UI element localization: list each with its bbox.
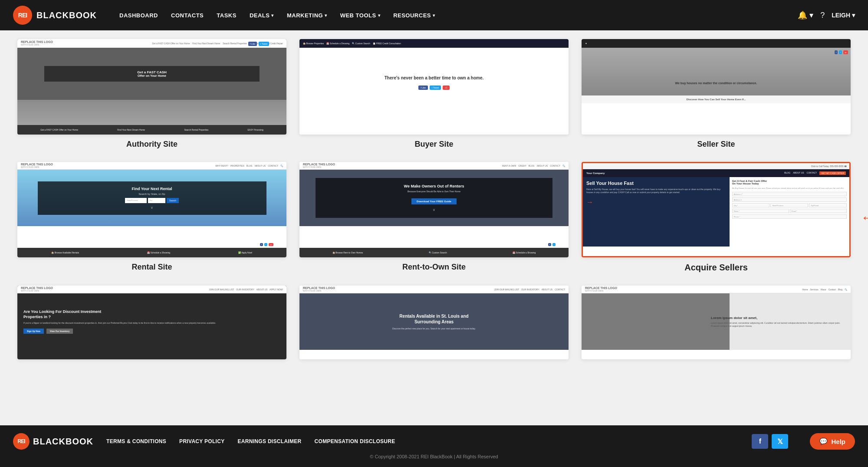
- rental-site-title: Rental Site: [132, 263, 172, 272]
- nav-dashboard[interactable]: DASHBOARD: [114, 9, 163, 22]
- authority-site-title: Authority Site: [126, 140, 178, 149]
- rto-site-card[interactable]: REPLACE THIS LOGOWITH YOUR OWN RENT-A-OW…: [299, 162, 569, 273]
- rental-site-preview: REPLACE THIS LOGOWITH YOUR OWN WHY RENT?…: [17, 162, 286, 257]
- authority-site-preview: REPLACE THIS LOGOWITH YOUR OWN Get a FAS…: [17, 39, 286, 135]
- acquire-form-panel: Get A Fast & Fair Cash OfferOn Your Hous…: [730, 177, 849, 247]
- logo-area[interactable]: REI BLACKBOOK: [13, 6, 97, 25]
- user-dropdown-arrow: ▾: [852, 12, 855, 19]
- seller-site-preview: ▼ We buy houses no matter the condition …: [582, 39, 851, 135]
- header: REI BLACKBOOK DASHBOARD CONTACTS TASKS D…: [0, 0, 868, 30]
- footer-privacy-link[interactable]: PRIVACY POLICY: [179, 438, 224, 444]
- help-button[interactable]: 💬 Help: [810, 433, 855, 450]
- lorem-ipsum-card[interactable]: REPLACE THIS LOGOWITH YOUR OWN HomeServi…: [582, 286, 851, 365]
- seller-site-card[interactable]: ▼ We buy houses no matter the condition …: [582, 39, 851, 149]
- sites-grid: REPLACE THIS LOGOWITH YOUR OWN Get a FAS…: [17, 39, 851, 365]
- footer-earnings-link[interactable]: EARNINGS DISCLAIMER: [238, 438, 302, 444]
- buyer-site-preview: 🏠 Browse Properties 📅 Schedule a Showing…: [299, 39, 569, 135]
- twitter-button[interactable]: 𝕏: [772, 434, 788, 449]
- red-arrow-icon: →: [586, 198, 726, 206]
- notification-bell-icon[interactable]: 🔔 ▾: [798, 10, 813, 20]
- nav-web-tools[interactable]: WEB TOOLS ▾: [335, 9, 385, 22]
- rentals-available-card[interactable]: REPLACE THIS LOGOWITH YOUR OWN JOIN OUR …: [299, 286, 569, 365]
- authority-preview-nav: REPLACE THIS LOGOWITH YOUR OWN Get a FAS…: [17, 39, 286, 48]
- footer: REI BLACKBOOK TERMS & CONDITIONS PRIVACY…: [0, 425, 868, 467]
- acquire-sellers-card[interactable]: Click to Call Today: 555-555-5555 ☎ Your…: [582, 162, 851, 273]
- buyers-club-preview: REPLACE THIS LOGOWITH YOUR OWN JOIN OUR …: [17, 286, 286, 359]
- help-icon[interactable]: ?: [820, 11, 825, 20]
- marketing-dropdown-arrow: ▾: [325, 13, 327, 18]
- footer-terms-link[interactable]: TERMS & CONDITIONS: [106, 438, 166, 444]
- buyer-site-title: Buyer Site: [414, 140, 453, 149]
- acquire-body: Sell Your House Fast Here at Sell My Hou…: [583, 177, 849, 247]
- acquire-sellers-title: Acquire Sellers: [684, 263, 748, 273]
- footer-logo: REI BLACKBOOK: [13, 433, 93, 450]
- acquire-nav: Your Company BLOGABOUT USCONTACTGET MY C…: [583, 169, 849, 177]
- acquire-left-panel: Sell Your House Fast Here at Sell My Hou…: [583, 177, 730, 247]
- main-content: REPLACE THIS LOGOWITH YOUR OWN Get a FAS…: [0, 30, 868, 425]
- lorem-ipsum-preview: REPLACE THIS LOGOWITH YOUR OWN HomeServi…: [582, 286, 851, 359]
- nav-tasks[interactable]: TASKS: [211, 9, 242, 22]
- footer-copyright: © Copyright 2008-2021 REI BlackBook | Al…: [13, 454, 855, 459]
- nav-deals[interactable]: DEALS ▾: [244, 9, 279, 22]
- main-nav: DASHBOARD CONTACTS TASKS DEALS ▾ MARKETI…: [114, 9, 798, 22]
- footer-compensation-link[interactable]: COMPENSATION DISCLOSURE: [315, 438, 395, 444]
- nav-marketing[interactable]: MARKETING ▾: [282, 9, 332, 22]
- deals-dropdown-arrow: ▾: [271, 13, 274, 18]
- acquire-topbar: Click to Call Today: 555-555-5555 ☎: [583, 163, 849, 169]
- nav-contacts[interactable]: CONTACTS: [166, 9, 209, 22]
- selection-arrow-icon: ←: [861, 209, 868, 225]
- buyers-club-card[interactable]: REPLACE THIS LOGOWITH YOUR OWN JOIN OUR …: [17, 286, 286, 365]
- resources-dropdown-arrow: ▾: [433, 13, 435, 18]
- nav-resources[interactable]: RESOURCES ▾: [388, 9, 440, 22]
- help-chat-icon: 💬: [819, 437, 828, 445]
- acquire-sellers-preview: Click to Call Today: 555-555-5555 ☎ Your…: [582, 162, 851, 257]
- user-menu[interactable]: LEIGH ▾: [832, 12, 855, 19]
- footer-logo-icon: REI: [13, 433, 30, 450]
- rto-site-title: Rent-to-Own Site: [402, 263, 466, 272]
- logo-icon: REI: [13, 6, 32, 25]
- authority-site-card[interactable]: REPLACE THIS LOGOWITH YOUR OWN Get a FAS…: [17, 39, 286, 149]
- brand-name: BLACKBOOK: [36, 10, 97, 20]
- footer-socials: f 𝕏: [752, 434, 788, 449]
- rental-site-card[interactable]: REPLACE THIS LOGOWITH YOUR OWN WHY RENT?…: [17, 162, 286, 273]
- header-right: 🔔 ▾ ? LEIGH ▾: [798, 10, 855, 20]
- seller-site-title: Seller Site: [697, 140, 735, 149]
- buyer-site-card[interactable]: 🏠 Browse Properties 📅 Schedule a Showing…: [299, 39, 569, 149]
- footer-top: REI BLACKBOOK TERMS & CONDITIONS PRIVACY…: [13, 433, 855, 450]
- footer-links: TERMS & CONDITIONS PRIVACY POLICY EARNIN…: [106, 438, 739, 444]
- facebook-button[interactable]: f: [752, 434, 768, 449]
- rentals-available-preview: REPLACE THIS LOGOWITH YOUR OWN JOIN OUR …: [299, 286, 569, 359]
- webtools-dropdown-arrow: ▾: [378, 13, 381, 18]
- footer-brand-name: BLACKBOOK: [33, 437, 93, 447]
- rto-site-preview: REPLACE THIS LOGOWITH YOUR OWN RENT-A-OW…: [299, 162, 569, 257]
